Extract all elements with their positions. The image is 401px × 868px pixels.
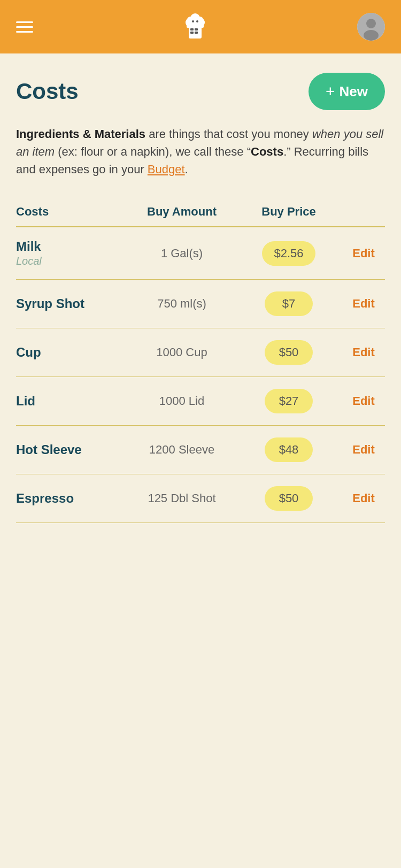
svg-point-10 <box>192 20 194 22</box>
new-button-label: New <box>340 83 368 100</box>
table-row: Milk Local 1 Gal(s) $2.56 Edit <box>16 227 385 280</box>
cost-name-cell: Espresso <box>16 491 128 506</box>
plus-icon: + <box>326 82 335 101</box>
buy-price-cell: $50 <box>235 486 342 511</box>
buy-price-cell: $50 <box>235 340 342 365</box>
bold-ingredients: Ingredients & Materials <box>16 127 145 141</box>
desc-text1: are things that cost you money <box>149 127 312 141</box>
hamburger-menu[interactable] <box>16 21 33 33</box>
costs-table: Costs Buy Amount Buy Price Milk Local 1 … <box>16 197 385 523</box>
price-badge: $48 <box>265 437 313 462</box>
buy-amount: 1200 Sleeve <box>128 443 235 457</box>
buy-price-cell: $2.56 <box>235 241 342 266</box>
buy-amount: 1000 Cup <box>128 345 235 359</box>
price-badge: $7 <box>265 291 313 316</box>
page-title: Costs <box>16 79 79 104</box>
cost-name: Hot Sleeve <box>16 442 128 457</box>
budget-link[interactable]: Budget <box>148 163 185 176</box>
cost-name: Cup <box>16 345 128 360</box>
price-badge: $2.56 <box>262 241 315 266</box>
app-header <box>0 0 401 53</box>
header-buy-amount: Buy Amount <box>128 205 235 219</box>
header-actions <box>342 205 385 219</box>
table-row: Cup 1000 Cup $50 Edit <box>16 328 385 377</box>
description-text: Ingredients & Materials are things that … <box>16 125 385 178</box>
header-costs: Costs <box>16 205 128 219</box>
cost-name-cell: Cup <box>16 345 128 360</box>
svg-point-14 <box>364 30 379 41</box>
avatar[interactable] <box>357 13 385 41</box>
svg-rect-9 <box>195 32 198 34</box>
buy-price-cell: $48 <box>235 437 342 462</box>
edit-button[interactable]: Edit <box>342 345 385 359</box>
table-row: Hot Sleeve 1200 Sleeve $48 Edit <box>16 426 385 474</box>
cost-name: Lid <box>16 394 128 409</box>
buy-price-cell: $27 <box>235 389 342 413</box>
cost-name-cell: Lid <box>16 394 128 409</box>
app-logo <box>179 11 211 43</box>
cost-subtitle: Local <box>16 255 128 267</box>
desc-text2: (ex: flour or a napkin), we call these “ <box>58 145 251 158</box>
price-badge: $50 <box>265 486 313 511</box>
cost-name-cell: Milk Local <box>16 239 128 267</box>
buy-amount: 1000 Lid <box>128 394 235 408</box>
cost-name: Espresso <box>16 491 128 506</box>
edit-button[interactable]: Edit <box>342 394 385 408</box>
cost-name-cell: Syrup Shot <box>16 296 128 311</box>
title-row: Costs + New <box>16 73 385 110</box>
cost-name-cell: Hot Sleeve <box>16 442 128 457</box>
svg-point-11 <box>196 20 198 22</box>
svg-point-13 <box>366 19 376 28</box>
header-buy-price: Buy Price <box>235 205 342 219</box>
cost-name: Syrup Shot <box>16 296 128 311</box>
price-badge: $27 <box>265 389 313 413</box>
table-row: Lid 1000 Lid $27 Edit <box>16 377 385 426</box>
edit-button[interactable]: Edit <box>342 491 385 505</box>
svg-rect-6 <box>190 28 194 30</box>
desc-text4: . <box>185 163 188 176</box>
table-row: Espresso 125 Dbl Shot $50 Edit <box>16 474 385 523</box>
table-header: Costs Buy Amount Buy Price <box>16 197 385 227</box>
price-badge: $50 <box>265 340 313 365</box>
svg-rect-7 <box>195 28 198 30</box>
svg-rect-8 <box>190 32 194 34</box>
buy-price-cell: $7 <box>235 291 342 316</box>
cost-name: Milk <box>16 239 128 254</box>
new-button[interactable]: + New <box>309 73 385 110</box>
buy-amount: 125 Dbl Shot <box>128 491 235 505</box>
buy-amount: 1 Gal(s) <box>128 247 235 260</box>
main-content: Costs + New Ingredients & Materials are … <box>0 53 401 544</box>
edit-button[interactable]: Edit <box>342 297 385 311</box>
edit-button[interactable]: Edit <box>342 443 385 457</box>
desc-costs-bold: Costs <box>251 145 283 158</box>
edit-button[interactable]: Edit <box>342 247 385 260</box>
table-row: Syrup Shot 750 ml(s) $7 Edit <box>16 280 385 328</box>
buy-amount: 750 ml(s) <box>128 297 235 311</box>
